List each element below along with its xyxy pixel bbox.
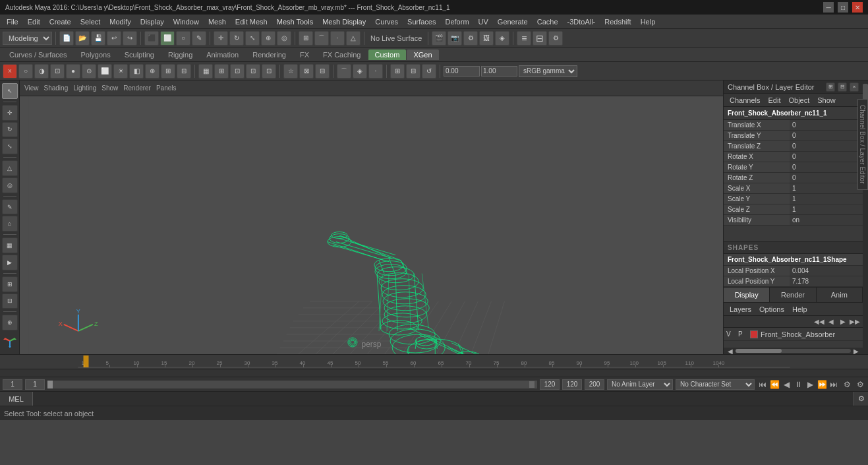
ch-val-vis[interactable]: on [790,215,863,225]
layer-pref-btn[interactable]: P [738,330,747,338]
clipping-btn[interactable]: ⊠ [299,64,314,78]
scale-btn[interactable]: ⤡ [245,31,260,46]
new-scene-btn[interactable]: 📄 [59,31,74,46]
layer-vis-btn[interactable]: V [726,330,736,338]
cmd-right-btn[interactable]: ⚙ [854,392,868,406]
side-view[interactable]: ⊡ [262,64,276,78]
maximize-button[interactable]: □ [838,2,848,13]
ch-menu-edit[interactable]: Edit [765,96,784,105]
scroll-thumb[interactable] [736,349,782,353]
joints-btn[interactable]: ⊕ [145,64,159,78]
play-end-btn[interactable]: ⏭ [828,379,839,390]
extra-btn2-left[interactable]: ⊟ [2,294,18,309]
close-panel-btn[interactable]: × [850,82,859,92]
select-tool[interactable]: ⬜ [160,31,175,46]
layer-scrollbar[interactable]: ◀ ▶ [724,348,863,354]
menu-help[interactable]: Help [637,16,660,27]
play-next-key-btn[interactable]: ⏩ [817,379,827,390]
select-all-btn[interactable]: ⊞ [390,64,405,78]
tab-polygons[interactable]: Polygons [74,49,117,60]
close-button[interactable]: ✕ [852,2,863,13]
cmd-lang-label[interactable]: MEL [0,392,33,406]
frame-start-input[interactable] [25,379,45,390]
shape-name-row[interactable]: Front_Shock_Absorber_nc11_1Shape [724,254,863,266]
timeline-ruler[interactable]: 1 5 10 15 20 25 30 35 40 45 50 55 60 65 … [0,355,868,369]
menu-display[interactable]: Display [136,16,168,27]
menu-edit-mesh[interactable]: Edit Mesh [231,16,272,27]
deselect-btn[interactable]: ⊟ [406,64,420,78]
channel-box-toggle[interactable]: ≡ [517,31,531,46]
curve-display-btn[interactable]: ⌒ [337,64,351,78]
menu-mesh-tools[interactable]: Mesh Tools [273,16,317,27]
soft-mod[interactable]: ◎ [277,31,291,46]
menu-create[interactable]: Create [45,16,75,27]
hypershade[interactable]: ◈ [495,31,509,46]
tab-sculpting[interactable]: Sculpting [118,49,161,60]
four-view[interactable]: ⊞ [214,64,229,78]
scroll-track[interactable] [736,349,851,353]
vp-menu-shading[interactable]: Shading [42,84,71,92]
disp-menu-help[interactable]: Help [789,305,811,314]
undo-btn[interactable]: ↩ [107,31,121,46]
camera-mode-btn[interactable]: ○ [18,64,33,78]
tab-xgen[interactable]: XGen [407,49,438,60]
revert-btn[interactable]: ↺ [422,64,436,78]
paint-select-btn[interactable]: ✎ [192,31,206,46]
lights-btn[interactable]: ☀ [113,64,128,78]
render-view[interactable]: 🖼 [479,31,494,46]
tab-curves-surfaces[interactable]: Curves / Surfaces [3,49,73,60]
time-slider[interactable] [47,381,537,388]
disp-menu-layers[interactable]: Layers [726,305,755,314]
ch-menu-channels[interactable]: Channels [726,96,763,105]
select-tool-left[interactable]: ↖ [2,83,18,99]
ncloth-btn[interactable]: ◈ [353,64,367,78]
playback-settings-btn[interactable]: ⚙ [842,379,852,390]
playback-start-input[interactable] [562,379,582,390]
char-set-settings-btn[interactable]: ⚙ [855,379,865,390]
scroll-right-btn[interactable]: ▶ [851,346,861,354]
tab-rendering[interactable]: Rendering [246,49,293,60]
disp-menu-options[interactable]: Options [756,305,788,314]
play-start-btn[interactable]: ⏮ [757,379,768,390]
nparticle-btn[interactable]: · [368,64,383,78]
char-set-select[interactable]: No Character Set [676,379,755,390]
ch-val-sx[interactable]: 1 [790,183,863,193]
tab-fx[interactable]: FX [293,49,316,60]
smooth-shade-btn[interactable]: ● [66,64,80,78]
menu-uv[interactable]: UV [475,16,492,27]
tool-settings[interactable]: ⚙ [548,31,563,46]
ch-val-rz[interactable]: 0 [790,173,863,183]
snap-grid[interactable]: ⊞ [299,31,313,46]
menu-redshift[interactable]: Redshift [600,16,635,27]
menu-3dtall[interactable]: -3DtoAll- [564,16,600,27]
paint-tool-left[interactable]: ✎ [2,199,18,215]
shading-btn[interactable]: ◑ [34,64,49,78]
wireframe-btn[interactable]: ⊡ [50,64,65,78]
vp-menu-renderer[interactable]: Renderer [121,84,153,92]
tab-animation[interactable]: Animation [200,49,245,60]
wire-on-shade-btn[interactable]: ⊙ [82,64,96,78]
ch-val-ty[interactable]: 0 [790,131,863,140]
open-btn[interactable]: 📂 [75,31,90,46]
menu-edit[interactable]: Edit [24,16,44,27]
move-tool-left[interactable]: ✛ [2,105,18,121]
menu-deform[interactable]: Deform [441,16,473,27]
tab-display[interactable]: Display [724,288,770,302]
grid-display-btn[interactable]: ⊞ [161,64,175,78]
ch-menu-object[interactable]: Object [785,96,813,105]
menu-file[interactable]: File [3,16,22,27]
extra-btn3-left[interactable]: ⊕ [2,315,18,330]
layer-nav-prev2[interactable]: ◀ [826,317,836,326]
snap-view[interactable]: △ [346,31,361,46]
iso-select[interactable]: ▦ [198,64,213,78]
rotate-btn[interactable]: ↻ [229,31,244,46]
extra-btn1-left[interactable]: ⊞ [2,276,18,292]
ch-val-lpy[interactable]: 7.178 [790,276,863,286]
layer-btn-left[interactable]: ▦ [2,237,18,253]
scale-input[interactable] [481,66,517,77]
texture-btn[interactable]: ⬜ [98,64,112,78]
layer-nav-prev1[interactable]: ◀◀ [814,317,825,326]
layer-color-swatch[interactable] [750,330,758,338]
render-settings[interactable]: ⚙ [463,31,478,46]
tab-render[interactable]: Render [770,288,816,302]
